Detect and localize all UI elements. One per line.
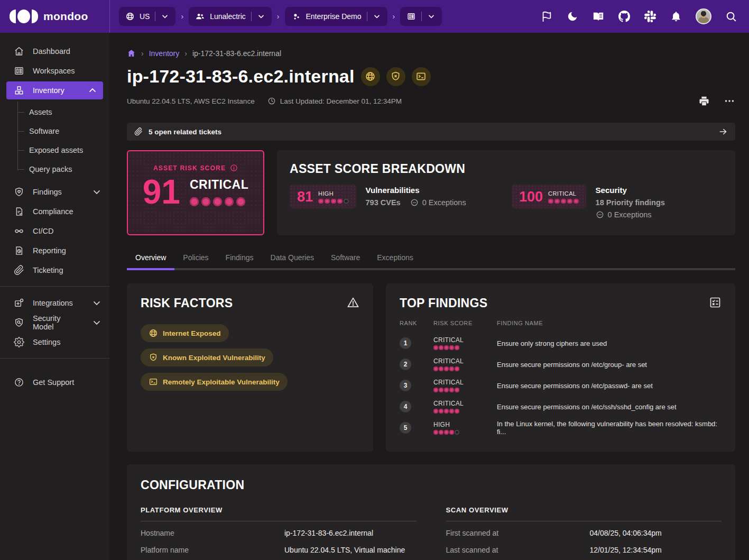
chevron-down-icon[interactable] — [161, 12, 169, 21]
space-selector[interactable]: Enterprise Demo — [285, 7, 387, 26]
table-row[interactable]: 5 HIGH In the Linux kernel, the followin… — [400, 417, 722, 438]
risk-factors-card: RISK FACTORS Internet Exposed Known Expl — [127, 283, 373, 452]
risk-severity: CRITICAL — [190, 178, 248, 192]
search-icon[interactable] — [725, 10, 737, 23]
sidebar-item-workspaces[interactable]: Workspaces — [0, 61, 109, 80]
known-exploited-badge[interactable] — [386, 67, 405, 86]
sidebar-item-settings[interactable]: Settings — [0, 332, 109, 352]
sidebar-divider — [0, 286, 109, 287]
risk-factor-chips: Internet Exposed Known Exploited Vulnera… — [141, 324, 315, 391]
sidebar-item-inventory[interactable]: Inventory — [6, 81, 103, 99]
sidebar-divider — [0, 358, 109, 359]
sidebar-item-exposed-assets[interactable]: Exposed assets — [0, 141, 109, 160]
tab-data-queries[interactable]: Data Queries — [262, 247, 322, 268]
shield-x-icon — [390, 71, 401, 82]
col-rank: RANK — [400, 320, 433, 326]
topbar-divider — [109, 0, 110, 33]
config-row-last-scanned: Last scanned at 12/01/25, 12:34:54pm — [446, 541, 722, 558]
workspace-selector[interactable] — [400, 7, 442, 26]
sidebar-item-software[interactable]: Software — [0, 122, 109, 141]
globe-icon — [125, 12, 135, 21]
chevron-down-icon[interactable] — [427, 12, 436, 21]
gear-icon — [14, 337, 24, 347]
grid-icon — [14, 66, 24, 76]
vulnerabilities-label: Vulnerabilities — [366, 186, 466, 195]
page-title: ip-172-31-83-6.ec2.internal — [127, 66, 355, 87]
moon-icon[interactable] — [566, 10, 579, 23]
breadcrumb: › Inventory › ip-172-31-83-6.ec2.interna… — [127, 49, 735, 58]
chevron-down-icon[interactable] — [257, 12, 265, 21]
chevron-separator: › — [276, 12, 281, 21]
sidebar-item-compliance[interactable]: Compliance — [0, 201, 109, 221]
sidebar-item-integrations[interactable]: Integrations — [0, 293, 109, 313]
mondoo-logo[interactable]: mondoo — [0, 10, 109, 23]
asset-tabs: Overview Policies Findings Data Queries … — [127, 247, 735, 270]
priority-findings-count: 18 Priority findings — [596, 198, 665, 207]
table-row[interactable]: 2 CRITICAL Ensure secure permissions on … — [400, 354, 722, 375]
tab-findings[interactable]: Findings — [217, 247, 262, 268]
table-row[interactable]: 1 CRITICAL Ensure only strong ciphers ar… — [400, 333, 722, 354]
finding-name: Ensure secure permissions on /etc/group-… — [497, 361, 722, 369]
info-icon[interactable] — [230, 164, 238, 172]
sidebar-item-assets[interactable]: Assets — [0, 103, 109, 122]
tab-exceptions[interactable]: Exceptions — [368, 247, 421, 268]
rank-badge: 5 — [400, 422, 411, 434]
cve-count: 793 CVEs — [366, 198, 401, 207]
security-label: Security — [596, 186, 665, 195]
related-tickets-banner[interactable]: 5 open related tickets — [127, 123, 735, 141]
tab-policies[interactable]: Policies — [174, 247, 217, 268]
sidebar-item-ticketing[interactable]: Ticketing — [0, 260, 109, 280]
config-row-platform-name: Platform name Ubuntu 22.04.5 LTS, Virtua… — [141, 541, 417, 558]
table-row[interactable]: 3 CRITICAL Ensure secure permissions on … — [400, 375, 722, 396]
chip-remotely-exploitable-vulnerability[interactable]: Remotely Exploitable Vulnerability — [141, 373, 288, 391]
tab-software[interactable]: Software — [322, 247, 368, 268]
print-button[interactable] — [698, 95, 710, 107]
org-selector[interactable]: Lunalectric — [189, 7, 272, 26]
sidebar-item-dashboard[interactable]: Dashboard — [0, 41, 109, 61]
slack-icon[interactable] — [644, 10, 656, 23]
rank-badge: 3 — [400, 380, 411, 391]
checklist-icon[interactable] — [709, 296, 722, 309]
risk-dots — [433, 409, 497, 414]
vulnerabilities-score-badge[interactable]: 81 HIGH — [290, 185, 356, 208]
sidebar-item-security-model[interactable]: Security Model — [0, 313, 109, 332]
mondoo-logo-icon — [10, 10, 38, 23]
rank-badge: 2 — [400, 359, 411, 370]
more-options-button[interactable] — [724, 95, 735, 107]
chevron-separator: › — [392, 12, 396, 21]
inventory-submenu: Assets Software Exposed assets Query pac… — [0, 103, 109, 179]
chevron-down-icon — [91, 298, 102, 308]
home-icon[interactable] — [127, 49, 136, 58]
breadcrumb-link-inventory[interactable]: Inventory — [149, 49, 180, 58]
docs-icon[interactable] — [592, 10, 605, 23]
bell-icon[interactable] — [670, 10, 682, 23]
security-score-badge[interactable]: 100 CRITICAL — [512, 185, 586, 208]
brand-name: mondoo — [43, 10, 88, 23]
sidebar-item-get-support[interactable]: Get Support — [0, 372, 109, 392]
chip-internet-exposed[interactable]: Internet Exposed — [141, 324, 229, 342]
sidebar-item-findings[interactable]: Findings — [0, 182, 109, 201]
risk-score-value: 91 — [143, 175, 180, 209]
internet-exposed-badge[interactable] — [361, 67, 380, 86]
sidebar-item-cicd[interactable]: CI/CD — [0, 221, 109, 241]
chevron-down-icon[interactable] — [373, 12, 381, 21]
asset-header: ip-172-31-83-6.ec2.internal — [127, 66, 735, 87]
arrow-right-icon[interactable] — [718, 127, 728, 136]
region-selector[interactable]: US — [119, 7, 175, 26]
remotely-exploitable-badge[interactable] — [412, 67, 431, 86]
chip-known-exploited-vulnerability[interactable]: Known Exploited Vulnerability — [141, 348, 273, 366]
table-row[interactable]: 4 CRITICAL Ensure secure permissions on … — [400, 396, 722, 417]
reporting-icon — [14, 245, 24, 256]
rank-badge: 1 — [400, 337, 411, 349]
tab-overview[interactable]: Overview — [127, 247, 174, 268]
chevron-up-icon — [87, 85, 98, 96]
flag-icon[interactable] — [540, 10, 553, 23]
security-dots — [548, 199, 579, 204]
breadcrumb-separator: › — [184, 49, 187, 58]
avatar[interactable] — [696, 8, 711, 24]
chevron-down-icon — [91, 187, 102, 197]
github-icon[interactable] — [618, 10, 631, 23]
sidebar-item-query-packs[interactable]: Query packs — [0, 160, 109, 179]
sidebar-item-reporting[interactable]: Reporting — [0, 241, 109, 260]
risk-dots — [433, 388, 497, 392]
